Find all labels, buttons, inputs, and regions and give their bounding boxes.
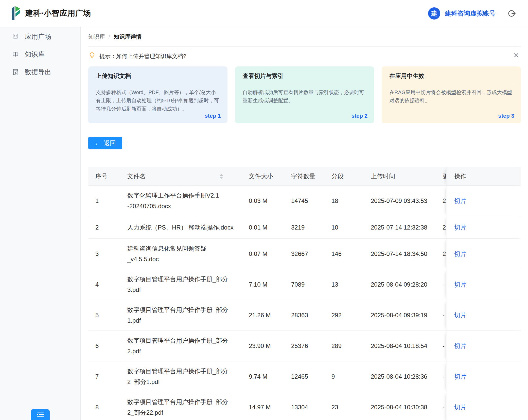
row-filesize: 21.26 M <box>249 312 291 319</box>
table-row: 2 人力系统（PS、HR） 移动端操作.docx 0.01 M 3219 10 … <box>88 216 521 239</box>
step-card-slices: 查看切片与索引 自动解析成功后可查看切片数量与索引状态，必要时可重新生成或调整配… <box>235 66 374 123</box>
row-filesize: 9.74 M <box>249 373 291 380</box>
sidebar-item-label: 知识库 <box>25 50 45 59</box>
row-action-cell: 切片 <box>446 331 521 361</box>
sidebar-item-data-export[interactable]: 数据导出 <box>0 63 80 81</box>
row-filename: 人力系统（PS、HR） 移动端操作.docx <box>127 222 249 233</box>
row-action-cell: 切片 <box>446 239 521 269</box>
row-segments: 289 <box>331 342 371 349</box>
row-charcount: 32667 <box>291 250 331 257</box>
step-card-apply: 在应用中生效 在RAG应用中切片将会被模型检索并召回，形成大模型对话的依据语料。… <box>382 66 521 123</box>
logout-icon[interactable] <box>507 9 516 18</box>
slice-link[interactable]: 切片 <box>454 403 466 411</box>
row-filename: 数字项目管理平台用户操作手册_部分1.pdf <box>127 305 249 326</box>
slice-link[interactable]: 切片 <box>454 342 466 350</box>
slice-link[interactable]: 切片 <box>454 311 466 319</box>
row-charcount: 3219 <box>291 224 331 231</box>
app-title: 建科·小智应用广场 <box>25 8 91 19</box>
back-button[interactable]: ← 返回 <box>88 137 122 149</box>
knowledge-base-icon <box>12 51 19 58</box>
row-segments: 10 <box>331 224 371 231</box>
user-name[interactable]: 建科咨询虚拟账号 <box>445 9 496 18</box>
row-charcount: 7089 <box>291 281 331 288</box>
sidebar-item-knowledge-base[interactable]: 知识库 <box>0 45 80 63</box>
menu-fold-icon <box>36 411 45 419</box>
row-charcount: 14745 <box>291 197 331 204</box>
table-row: 8 数字项目管理平台用户操作手册_部分2_部分22.pdf 14.97 M 13… <box>88 392 521 420</box>
back-button-label: 返回 <box>104 139 116 147</box>
sidebar-item-app-plaza[interactable]: 应用广场 <box>0 28 80 45</box>
sort-icon[interactable] <box>220 174 223 179</box>
table-row: 6 数字项目管理平台用户操作手册_部分2.pdf 23.90 M 25376 2… <box>88 331 521 361</box>
slice-link[interactable]: 切片 <box>454 223 466 232</box>
row-action-cell: 切片 <box>446 269 521 300</box>
back-arrow-icon: ← <box>95 139 101 147</box>
tip-banner: 提示：如何上传并管理知识库文档? × <box>88 52 521 61</box>
row-segments: 146 <box>331 250 371 257</box>
col-header-size: 文件大小 <box>249 172 291 180</box>
row-charcount: 28363 <box>291 312 331 319</box>
app-plaza-icon <box>12 33 19 40</box>
row-segments: 292 <box>331 312 371 319</box>
row-index: 4 <box>95 281 127 288</box>
row-index: 8 <box>95 404 127 411</box>
sidebar-collapse-button[interactable] <box>31 409 50 420</box>
slice-link[interactable]: 切片 <box>454 373 466 381</box>
step-label: step 3 <box>498 113 514 119</box>
card-body: 自动解析成功后可查看切片数量与索引状态，必要时可重新生成或调整配置。 <box>242 84 368 105</box>
app-header: 建科·小智应用广场 建 建科咨询虚拟账号 <box>0 0 528 27</box>
row-action-cell: 切片 <box>446 186 521 216</box>
step-card-upload: 上传知识文档 支持多种格式（Word、PDF、图片等），单个/总大小有上限，上传… <box>88 66 227 123</box>
col-header-uploaded: 上传时间 <box>371 172 443 180</box>
card-body: 在RAG应用中切片将会被模型检索并召回，形成大模型对话的依据语料。 <box>388 84 514 105</box>
row-filename: 数字化监理工作平台操作手册V2.1--20240705.docx <box>127 190 249 212</box>
row-segments: 13 <box>331 281 371 288</box>
table-row: 1 数字化监理工作平台操作手册V2.1--20240705.docx 0.03 … <box>88 186 521 216</box>
card-title: 上传知识文档 <box>95 66 221 84</box>
col-header-filename: 文件名 <box>127 171 249 182</box>
main-content: 知识库 / 知识库详情 提示：如何上传并管理知识库文档? × 上传知识文档 支持… <box>81 27 528 420</box>
row-segments: 23 <box>331 404 371 411</box>
documents-table: 序号 文件名 文件大小 字符数量 分段 上传时间 更 操作 1 数字化监理工作平… <box>88 167 521 420</box>
row-segments: 9 <box>331 373 371 380</box>
row-filename: 数字项目管理平台用户操作手册_部分2_部分1.pdf <box>127 366 249 387</box>
table-row: 5 数字项目管理平台用户操作手册_部分1.pdf 21.26 M 28363 2… <box>88 300 521 331</box>
table-header-row: 序号 文件名 文件大小 字符数量 分段 上传时间 更 操作 <box>88 167 521 186</box>
row-upload-time: 2025-08-04 10:18:54 <box>371 342 443 349</box>
col-header-filename-label: 文件名 <box>127 171 146 182</box>
row-action-cell: 切片 <box>446 216 521 239</box>
row-charcount: 13304 <box>291 404 331 411</box>
table-row: 3 建科咨询信息化常见问题答疑_v4.5.5.doc 0.07 M 32667 … <box>88 239 521 269</box>
row-index: 2 <box>95 224 127 231</box>
sidebar: 应用广场 知识库 数据导出 <box>0 27 81 420</box>
card-title: 在应用中生效 <box>388 66 514 84</box>
row-filesize: 0.07 M <box>249 250 291 257</box>
table-row: 7 数字项目管理平台用户操作手册_部分2_部分1.pdf 9.74 M 1246… <box>88 361 521 392</box>
row-filesize: 0.03 M <box>249 197 291 204</box>
sidebar-item-label: 数据导出 <box>25 68 51 77</box>
row-upload-time: 2025-08-04 10:30:38 <box>371 404 443 411</box>
close-icon[interactable]: × <box>514 51 519 60</box>
row-filename: 数字项目管理平台用户操作手册_部分2_部分22.pdf <box>127 397 249 418</box>
row-index: 7 <box>95 373 127 380</box>
row-charcount: 12465 <box>291 373 331 380</box>
row-upload-time: 2025-08-04 09:28:20 <box>371 281 443 288</box>
row-segments: 18 <box>331 197 371 204</box>
row-action-cell: 切片 <box>446 361 521 392</box>
row-upload-time: 2025-08-04 09:39:19 <box>371 312 443 319</box>
row-filename: 数字项目管理平台用户操作手册_部分2.pdf <box>127 335 249 357</box>
slice-link[interactable]: 切片 <box>454 250 466 258</box>
row-filename: 数字项目管理平台用户操作手册_部分3.pdf <box>127 274 249 295</box>
brand: 建科·小智应用广场 <box>10 6 91 21</box>
breadcrumb-parent[interactable]: 知识库 <box>88 33 105 41</box>
app-logo-icon <box>10 6 21 21</box>
table-row: 4 数字项目管理平台用户操作手册_部分3.pdf 7.10 M 7089 13 … <box>88 269 521 300</box>
slice-link[interactable]: 切片 <box>454 281 466 289</box>
row-action-cell: 切片 <box>446 300 521 331</box>
lightbulb-icon <box>88 52 96 61</box>
slice-link[interactable]: 切片 <box>454 197 466 205</box>
card-body: 支持多种格式（Word、PDF、图片等），单个/总大小有上限，上传后自动处理（约… <box>95 84 221 113</box>
breadcrumb: 知识库 / 知识库详情 <box>88 27 521 47</box>
user-avatar[interactable]: 建 <box>428 7 440 20</box>
tip-text: 提示：如何上传并管理知识库文档? <box>99 52 186 60</box>
